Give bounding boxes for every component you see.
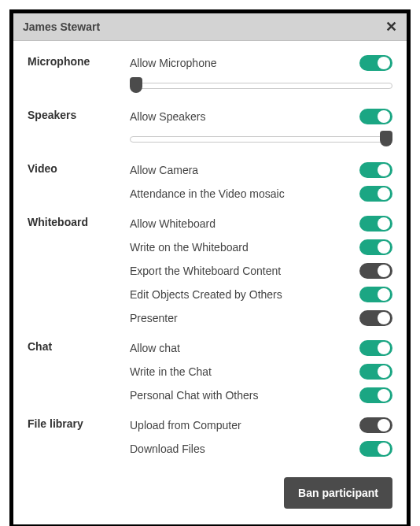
setting-row: Write on the Whiteboard	[130, 238, 392, 257]
setting-label: Personal Chat with Others	[130, 389, 258, 402]
toggle[interactable]	[359, 287, 392, 302]
section-chat: Chat Allow chatWrite in the ChatPersonal…	[28, 339, 392, 405]
section-heading: Speakers	[28, 107, 130, 150]
slider-track	[130, 83, 392, 89]
section-heading: Microphone	[28, 54, 130, 96]
setting-label: Write on the Whiteboard	[130, 241, 249, 254]
section-heading: Chat	[28, 339, 130, 405]
setting-label: Allow Microphone	[130, 57, 217, 69]
dialog-footer: Ban participant	[28, 469, 392, 509]
setting-row: Allow chat	[130, 339, 392, 357]
slider-thumb[interactable]	[380, 131, 392, 146]
toggle[interactable]	[359, 239, 392, 255]
setting-row: Presenter	[130, 309, 392, 328]
slider-track	[130, 136, 392, 143]
section-heading: Video	[28, 161, 130, 203]
toggle[interactable]	[359, 417, 392, 433]
toggle[interactable]	[359, 310, 392, 326]
close-icon[interactable]: ✕	[385, 20, 397, 34]
toggle[interactable]	[359, 162, 392, 178]
speakers-volume-slider[interactable]	[130, 131, 392, 148]
setting-label: Allow Camera	[130, 164, 198, 176]
setting-label: Allow Speakers	[130, 110, 206, 123]
dialog-title: James Stewart	[23, 20, 100, 33]
titlebar: James Stewart ✕	[13, 13, 407, 41]
toggle[interactable]	[359, 263, 392, 279]
toggle[interactable]	[359, 216, 392, 232]
setting-row: Write in the Chat	[130, 362, 392, 381]
toggle[interactable]	[359, 186, 392, 202]
setting-label: Allow chat	[130, 342, 180, 354]
setting-label: Presenter	[130, 312, 178, 324]
setting-label: Export the Whiteboard Content	[130, 265, 281, 277]
section-heading: File library	[28, 416, 130, 458]
setting-row: Attendance in the Video mosaic	[130, 184, 392, 203]
setting-label: Write in the Chat	[130, 365, 212, 378]
setting-row: Allow Speakers	[130, 107, 392, 126]
setting-row: Allow Whiteboard	[130, 214, 392, 233]
dialog-body: Microphone Allow Microphone Speakers All…	[13, 41, 407, 524]
setting-row: Allow Microphone	[130, 54, 392, 72]
toggle[interactable]	[359, 364, 392, 380]
setting-label: Attendance in the Video mosaic	[130, 187, 285, 200]
section-video: Video Allow CameraAttendance in the Vide…	[28, 161, 392, 203]
section-microphone: Microphone Allow Microphone	[28, 54, 392, 96]
toggle[interactable]	[359, 387, 392, 403]
toggle-allow-microphone[interactable]	[359, 55, 392, 71]
toggle-allow-speakers[interactable]	[359, 109, 392, 124]
toggle[interactable]	[359, 340, 392, 356]
setting-row: Export the Whiteboard Content	[130, 261, 392, 280]
setting-label: Upload from Computer	[130, 419, 241, 432]
microphone-volume-slider[interactable]	[130, 77, 392, 94]
section-heading: Whiteboard	[28, 214, 130, 328]
setting-row: Personal Chat with Others	[130, 386, 392, 405]
setting-row: Upload from Computer	[130, 416, 392, 435]
setting-label: Download Files	[130, 443, 205, 455]
section-speakers: Speakers Allow Speakers	[28, 107, 392, 150]
participant-settings-dialog: James Stewart ✕ Microphone Allow Microph…	[9, 9, 411, 526]
ban-participant-button[interactable]: Ban participant	[284, 477, 392, 509]
setting-row: Edit Objects Created by Others	[130, 285, 392, 304]
section-file-library: File library Upload from ComputerDownloa…	[28, 416, 392, 458]
section-whiteboard: Whiteboard Allow WhiteboardWrite on the …	[28, 214, 392, 328]
setting-row: Allow Camera	[130, 161, 392, 180]
setting-label: Allow Whiteboard	[130, 217, 216, 230]
slider-thumb[interactable]	[130, 77, 142, 93]
setting-row: Download Files	[130, 439, 392, 458]
setting-label: Edit Objects Created by Others	[130, 288, 282, 301]
toggle[interactable]	[359, 441, 392, 457]
